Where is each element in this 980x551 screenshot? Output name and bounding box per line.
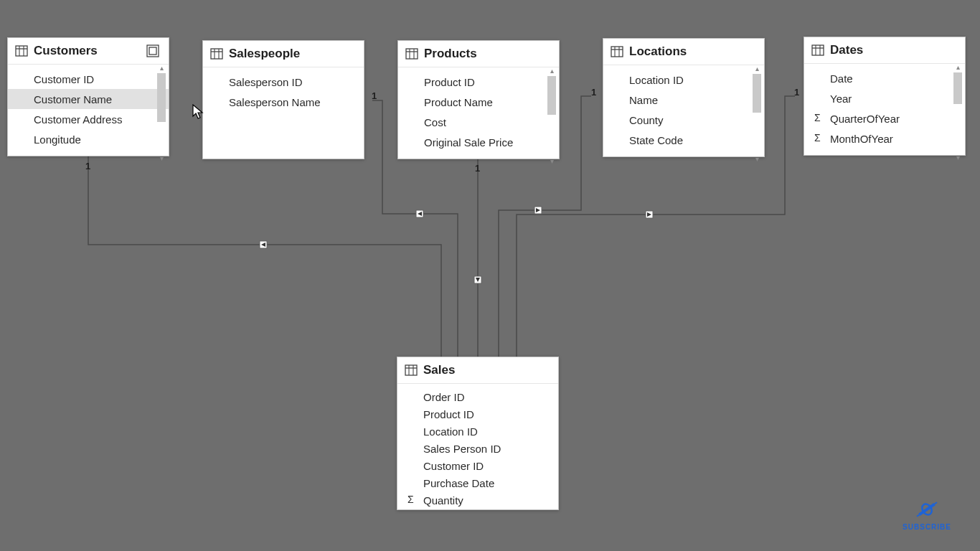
field-customer-id[interactable]: Customer ID [8, 69, 169, 89]
subscribe-label: SUBSCRIBE [903, 523, 951, 531]
table-header-products[interactable]: Products [398, 41, 559, 67]
svg-rect-24 [611, 47, 623, 57]
svg-rect-32 [405, 365, 417, 375]
table-header-locations[interactable]: Locations [603, 39, 764, 65]
scrollbar[interactable]: ▴ ▾ [546, 67, 557, 165]
table-products[interactable]: Products Product ID Product Name Cost Or… [397, 40, 560, 159]
table-dates[interactable]: Dates Date Year ΣQuarterOfYear ΣMonthOfY… [804, 37, 966, 156]
table-title: Locations [629, 44, 755, 59]
field-quantity[interactable]: ΣQuantity [397, 491, 558, 509]
scrollbar[interactable]: ▴ ▾ [156, 65, 167, 162]
table-icon [405, 364, 418, 376]
field-salesperson-name[interactable]: Salesperson Name [203, 92, 364, 112]
field-customer-id[interactable]: Customer ID [397, 457, 558, 474]
table-header-customers[interactable]: Customers [8, 38, 169, 65]
sigma-icon: Σ [407, 494, 414, 505]
field-quarter-of-year[interactable]: ΣQuarterOfYear [804, 108, 965, 128]
field-list-sales: Order ID Product ID Location ID Sales Pe… [397, 384, 558, 517]
table-icon [405, 48, 418, 60]
table-header-salespeople[interactable]: Salespeople [203, 41, 364, 67]
svg-rect-4 [474, 276, 481, 283]
field-year[interactable]: Year [804, 88, 965, 108]
scrollbar[interactable]: ▴ ▾ [751, 65, 763, 163]
svg-marker-3 [418, 212, 422, 216]
field-customer-address[interactable]: Customer Address [8, 109, 169, 129]
table-header-sales[interactable]: Sales [397, 357, 558, 384]
field-original-sale-price[interactable]: Original Sale Price [398, 132, 559, 152]
svg-rect-0 [260, 241, 267, 248]
svg-rect-10 [16, 46, 27, 56]
svg-rect-6 [534, 207, 542, 214]
scrollbar[interactable]: ▴ ▾ [952, 64, 963, 161]
field-list-products: Product ID Product Name Cost Original Sa… [398, 67, 559, 165]
field-location-id[interactable]: Location ID [397, 423, 558, 440]
storage-mode-icon [146, 44, 160, 58]
field-purchase-date[interactable]: Purchase Date [397, 474, 558, 491]
field-list-dates: Date Year ΣQuarterOfYear ΣMonthOfYear ▴ … [804, 64, 965, 161]
svg-rect-20 [406, 49, 418, 59]
field-date[interactable]: Date [804, 68, 965, 88]
table-title: Products [424, 47, 550, 61]
sigma-icon: Σ [814, 132, 821, 143]
table-title: Dates [830, 43, 956, 57]
table-icon [811, 44, 824, 56]
table-title: Sales [423, 363, 550, 377]
cardinality-dates: 1 [794, 87, 799, 98]
cardinality-locations: 1 [591, 87, 596, 98]
field-product-name[interactable]: Product Name [398, 92, 559, 112]
field-location-name[interactable]: Name [603, 90, 764, 110]
svg-rect-28 [812, 45, 824, 55]
table-title: Salespeople [229, 47, 355, 61]
field-product-id[interactable]: Product ID [398, 72, 559, 92]
svg-marker-5 [476, 278, 480, 282]
table-customers[interactable]: Customers Customer ID Customer Name Cust… [7, 37, 169, 156]
svg-marker-7 [536, 208, 540, 212]
field-cost[interactable]: Cost [398, 112, 559, 132]
svg-rect-16 [211, 49, 222, 59]
table-icon [15, 45, 28, 57]
field-product-id[interactable]: Product ID [397, 405, 558, 423]
field-list-salespeople: Salesperson ID Salesperson Name [203, 67, 364, 118]
sigma-icon: Σ [814, 112, 821, 123]
field-order-id[interactable]: Order ID [397, 388, 558, 405]
field-location-id[interactable]: Location ID [603, 70, 764, 90]
cardinality-salespeople: 1 [372, 90, 377, 101]
field-month-of-year[interactable]: ΣMonthOfYear [804, 128, 965, 149]
table-header-dates[interactable]: Dates [804, 37, 965, 64]
cardinality-customers: 1 [85, 161, 90, 171]
svg-marker-9 [647, 212, 651, 217]
svg-rect-15 [149, 47, 156, 55]
table-salespeople[interactable]: Salespeople Salesperson ID Salesperson N… [202, 40, 364, 159]
model-canvas[interactable]: 1 1 1 1 1 Customers Customer ID Customer… [0, 0, 980, 551]
table-locations[interactable]: Locations Location ID Name County State … [603, 38, 765, 157]
table-icon [611, 46, 623, 57]
svg-rect-2 [416, 210, 423, 217]
table-sales[interactable]: Sales Order ID Product ID Location ID Sa… [397, 357, 559, 510]
cursor-icon [192, 104, 205, 123]
svg-marker-1 [261, 242, 265, 247]
field-salesperson-id[interactable]: Salesperson ID [203, 72, 364, 92]
field-customer-name[interactable]: Customer Name [8, 89, 169, 109]
table-icon [210, 48, 223, 60]
field-list-locations: Location ID Name County State Code ▴ ▾ [603, 65, 764, 163]
field-county[interactable]: County [603, 110, 764, 130]
subscribe-badge[interactable]: SUBSCRIBE [903, 499, 951, 531]
field-list-customers: Customer ID Customer Name Customer Addre… [8, 65, 169, 162]
field-state-code[interactable]: State Code [603, 130, 764, 150]
table-title: Customers [34, 44, 140, 58]
svg-rect-8 [646, 211, 653, 218]
field-salesperson-id[interactable]: Sales Person ID [397, 440, 558, 457]
field-longitude[interactable]: Longitude [8, 129, 169, 149]
